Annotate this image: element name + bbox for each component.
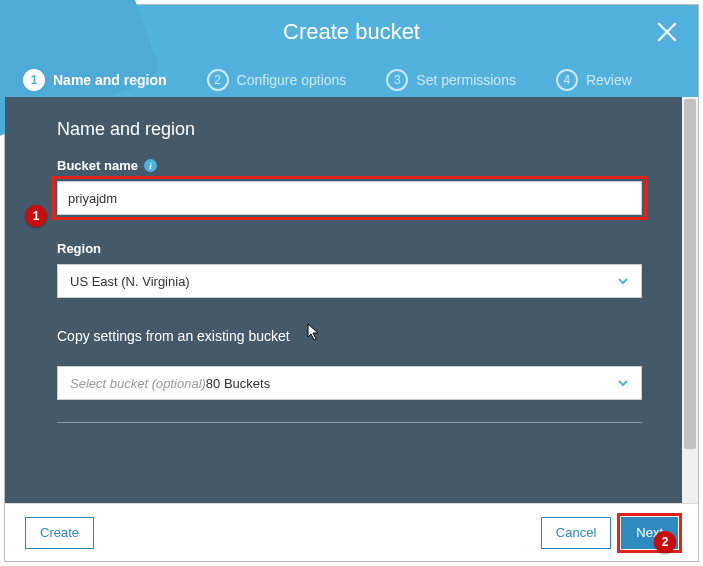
scrollbar[interactable] bbox=[682, 97, 698, 503]
step-label: Review bbox=[586, 72, 632, 88]
bucket-name-field-wrap bbox=[57, 181, 642, 215]
step-number: 3 bbox=[386, 69, 408, 91]
annotation-callout-1: 1 bbox=[25, 205, 47, 227]
cancel-button[interactable]: Cancel bbox=[541, 517, 611, 549]
region-label: Region bbox=[57, 241, 642, 256]
dialog-title: Create bucket bbox=[5, 5, 698, 45]
region-selected-value: US East (N. Virginia) bbox=[70, 274, 190, 289]
dialog-body: Name and region Bucket name i Region US … bbox=[5, 97, 698, 503]
step-set-permissions[interactable]: 3 Set permissions bbox=[386, 69, 516, 91]
bucket-name-input[interactable] bbox=[68, 191, 631, 206]
section-title: Name and region bbox=[57, 119, 642, 140]
region-select[interactable]: US East (N. Virginia) bbox=[57, 264, 642, 298]
dialog-footer: Create Cancel Next bbox=[5, 503, 698, 561]
divider bbox=[57, 422, 642, 423]
step-number: 4 bbox=[556, 69, 578, 91]
copy-bucket-select[interactable]: Select bucket (optional)80 Buckets bbox=[57, 366, 642, 400]
step-label: Configure options bbox=[237, 72, 347, 88]
step-number: 2 bbox=[207, 69, 229, 91]
step-review[interactable]: 4 Review bbox=[556, 69, 632, 91]
annotation-callout-2: 2 bbox=[654, 531, 676, 553]
step-name-and-region[interactable]: 1 Name and region bbox=[23, 69, 167, 91]
bucket-name-label: Bucket name i bbox=[57, 158, 642, 173]
form-content: Name and region Bucket name i Region US … bbox=[5, 97, 682, 503]
copy-settings-label: Copy settings from an existing bucket bbox=[57, 328, 642, 344]
info-icon[interactable]: i bbox=[144, 159, 157, 172]
copy-bucket-value: Select bucket (optional)80 Buckets bbox=[70, 376, 270, 391]
chevron-down-icon bbox=[617, 275, 629, 287]
chevron-down-icon bbox=[617, 377, 629, 389]
scroll-thumb[interactable] bbox=[684, 99, 696, 449]
close-icon bbox=[654, 19, 680, 45]
step-label: Name and region bbox=[53, 72, 167, 88]
dialog-header: Create bucket 1 Name and region 2 Config… bbox=[5, 5, 698, 97]
create-bucket-dialog: Create bucket 1 Name and region 2 Config… bbox=[4, 4, 699, 562]
step-configure-options[interactable]: 2 Configure options bbox=[207, 69, 347, 91]
step-label: Set permissions bbox=[416, 72, 516, 88]
step-number: 1 bbox=[23, 69, 45, 91]
wizard-steps: 1 Name and region 2 Configure options 3 … bbox=[5, 69, 698, 91]
close-button[interactable] bbox=[654, 19, 680, 45]
create-button[interactable]: Create bbox=[25, 517, 94, 549]
